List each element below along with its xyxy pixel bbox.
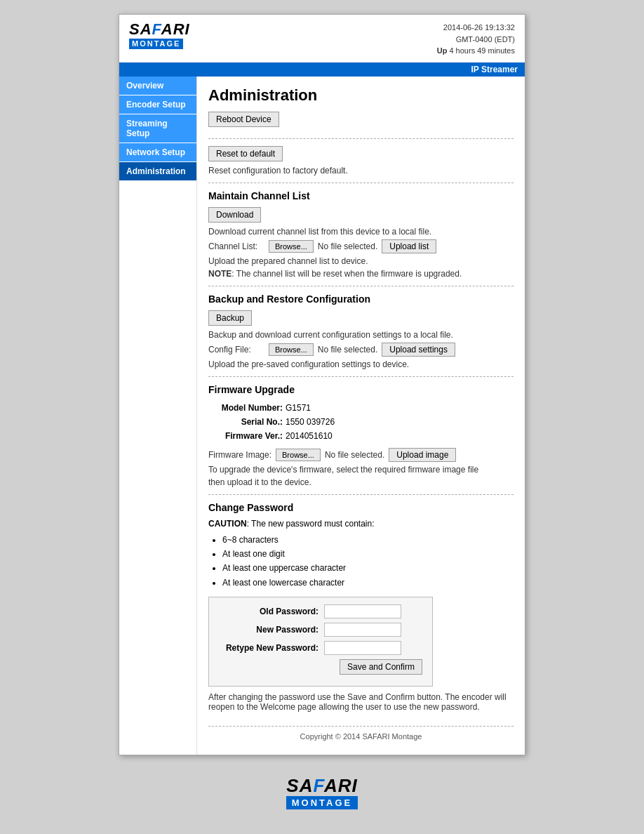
logo-safari: SAFARI [129, 22, 190, 37]
serial-no-value: 1550 039726 [286, 415, 335, 429]
model-number-label: Model Number: [208, 401, 286, 415]
firmware-ver-label: Firmware Ver.: [208, 429, 286, 443]
backup-upload-description: Upload the pre-saved configuration setti… [208, 359, 514, 369]
old-password-label: Old Password: [219, 607, 324, 616]
upload-list-button[interactable]: Upload list [382, 239, 436, 253]
bottom-logo-safari: SAFARI [286, 776, 357, 795]
model-number-row: Model Number: G1571 [208, 401, 514, 415]
firmware-image-row: Firmware Image: Browse... No file select… [208, 448, 514, 462]
reboot-device-button[interactable]: Reboot Device [208, 112, 279, 127]
bullet-4: At least one lowercase character [222, 576, 514, 590]
firmware-ver-row: Firmware Ver.: 2014051610 [208, 429, 514, 443]
config-browse-button[interactable]: Browse... [269, 343, 314, 356]
model-number-value: G1571 [286, 401, 311, 415]
reset-description: Reset configuration to factory default. [208, 166, 514, 176]
firmware-desc1: To upgrade the device's firmware, select… [208, 465, 514, 475]
backup-button[interactable]: Backup [208, 310, 252, 326]
bullet-1: 6~8 characters [222, 533, 514, 547]
reset-to-default-button[interactable]: Reset to default [208, 146, 283, 161]
channel-note: NOTE: The channel list will be reset whe… [208, 269, 514, 279]
retype-password-row: Retype New Password: [219, 641, 422, 655]
blue-bar: IP Streamer [119, 62, 525, 77]
divider-1 [208, 138, 514, 139]
retype-password-input[interactable] [324, 641, 401, 655]
main-layout: Overview Encoder Setup Streaming Setup N… [119, 77, 525, 755]
backup-description: Backup and download current configuratio… [208, 330, 514, 340]
logo: SAFARI MONTAGE [129, 22, 190, 49]
firmware-info: Model Number: G1571 Serial No.: 1550 039… [208, 401, 514, 444]
channel-list-label: Channel List: [208, 241, 264, 251]
sidebar: Overview Encoder Setup Streaming Setup N… [119, 77, 196, 181]
serial-no-label: Serial No.: [208, 415, 286, 429]
download-description: Download current channel list from this … [208, 227, 514, 237]
content-area: Administration Reboot Device Reset to de… [196, 77, 525, 755]
divider-3 [208, 286, 514, 286]
caution-suffix: : The new password must contain: [247, 519, 375, 529]
logo-montage: MONTAGE [129, 39, 183, 49]
page-title: Administration [208, 86, 514, 105]
firmware-desc2: then upload it to the device. [208, 477, 514, 487]
copyright-text: Copyright © 2014 SAFARI Montage [300, 732, 422, 741]
header-datetime: 2014-06-26 19:13:32 GMT-0400 (EDT) Up 4 … [437, 22, 515, 57]
firmware-title: Firmware Upgrade [208, 384, 514, 395]
sidebar-item-network-setup[interactable]: Network Setup [119, 143, 196, 162]
serial-no-row: Serial No.: 1550 039726 [208, 415, 514, 429]
firmware-no-file: No file selected. [325, 450, 384, 460]
sidebar-item-administration[interactable]: Administration [119, 162, 196, 181]
save-confirm-button[interactable]: Save and Confirm [340, 659, 422, 675]
uptime-text: Up 4 hours 49 minutes [437, 45, 515, 57]
timezone-text: GMT-0400 (EDT) [437, 34, 515, 46]
note-prefix: NOTE [208, 269, 232, 279]
backup-restore-title: Backup and Restore Configuration [208, 293, 514, 305]
firmware-browse-button[interactable]: Browse... [276, 449, 321, 461]
main-container: SAFARI MONTAGE 2014-06-26 19:13:32 GMT-0… [119, 14, 525, 755]
password-requirements-list: 6~8 characters At least one digit At lea… [222, 533, 514, 590]
retype-password-label: Retype New Password: [219, 643, 324, 653]
caution-text: CAUTION: The new password must contain: [208, 519, 514, 529]
note-text: : The channel list will be reset when th… [232, 269, 462, 279]
divider-5 [208, 494, 514, 495]
sidebar-item-overview[interactable]: Overview [119, 77, 196, 95]
channel-upload-description: Upload the prepared channel list to devi… [208, 256, 514, 266]
caution-prefix: CAUTION [208, 519, 247, 529]
footer: Copyright © 2014 SAFARI Montage [208, 726, 514, 741]
channel-no-file: No file selected. [318, 241, 377, 251]
ip-streamer-label: IP Streamer [471, 65, 518, 74]
divider-4 [208, 376, 514, 377]
maintain-channel-title: Maintain Channel List [208, 190, 514, 201]
firmware-ver-value: 2014051610 [286, 429, 333, 443]
old-password-row: Old Password: [219, 604, 422, 618]
bottom-logo: SAFARI MONTAGE [286, 776, 358, 809]
channel-browse-button[interactable]: Browse... [269, 240, 314, 253]
config-file-label: Config File: [208, 345, 264, 355]
download-button[interactable]: Download [208, 207, 261, 223]
config-file-row: Config File: Browse... No file selected.… [208, 343, 514, 357]
save-confirm-row: Save and Confirm [219, 659, 422, 679]
bottom-logo-montage: MONTAGE [286, 796, 358, 809]
after-change-text: After changing the password use the Save… [208, 692, 514, 712]
password-table: Old Password: New Password: Retype New P… [208, 597, 433, 687]
datetime-text: 2014-06-26 19:13:32 [437, 22, 515, 34]
bullet-3: At least one uppercase character [222, 561, 514, 575]
new-password-label: New Password: [219, 625, 324, 635]
change-password-title: Change Password [208, 502, 514, 513]
channel-list-row: Channel List: Browse... No file selected… [208, 239, 514, 253]
divider-2 [208, 183, 514, 183]
sidebar-item-encoder-setup[interactable]: Encoder Setup [119, 95, 196, 114]
new-password-row: New Password: [219, 623, 422, 637]
header: SAFARI MONTAGE 2014-06-26 19:13:32 GMT-0… [119, 15, 525, 62]
bullet-2: At least one digit [222, 547, 514, 561]
old-password-input[interactable] [324, 604, 401, 618]
firmware-image-label: Firmware Image: [208, 450, 271, 460]
new-password-input[interactable] [324, 623, 401, 637]
sidebar-item-streaming-setup[interactable]: Streaming Setup [119, 114, 196, 143]
upload-image-button[interactable]: Upload image [389, 448, 456, 462]
config-no-file: No file selected. [318, 345, 377, 355]
upload-settings-button[interactable]: Upload settings [382, 343, 455, 357]
